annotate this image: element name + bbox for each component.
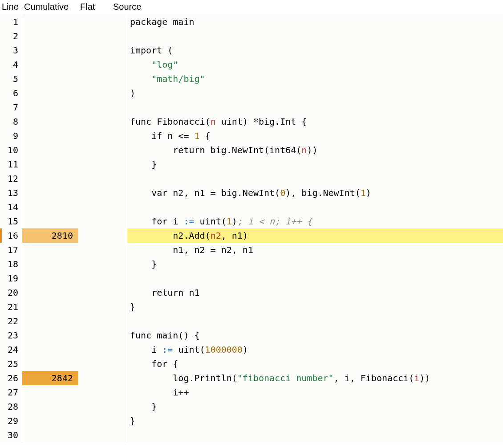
source-code: if n <= 1 { [127, 129, 503, 143]
source-row[interactable]: 3import ( [0, 43, 503, 57]
cumulative-value [22, 57, 78, 72]
gutter [107, 214, 127, 228]
flat-value [78, 271, 107, 285]
source-code: return n1 [127, 285, 503, 300]
source-row[interactable]: 20 return n1 [0, 285, 503, 300]
flat-value [78, 342, 107, 357]
source-row[interactable]: 25 for { [0, 357, 503, 371]
source-row[interactable]: 162810 n2.Add(n2, n1) [0, 228, 503, 243]
flat-value [78, 357, 107, 371]
cumulative-value [22, 200, 78, 214]
source-row[interactable]: 23func main() { [0, 328, 503, 342]
source-row[interactable]: 18 } [0, 257, 503, 271]
gutter [107, 285, 127, 300]
source-row[interactable]: 10 return big.NewInt(int64(n)) [0, 143, 503, 157]
line-number: 11 [0, 157, 22, 171]
cumulative-value [22, 342, 78, 357]
source-row[interactable]: 28 } [0, 399, 503, 414]
source-code: n1, n2 = n2, n1 [127, 243, 503, 257]
cumulative-value [22, 357, 78, 371]
cumulative-value [22, 399, 78, 414]
line-number: 27 [0, 385, 22, 399]
cumulative-value [22, 243, 78, 257]
gutter [107, 399, 127, 414]
cumulative-value [22, 214, 78, 228]
flat-value [78, 243, 107, 257]
flat-value [78, 100, 107, 114]
gutter [107, 314, 127, 328]
source-row[interactable]: 2 [0, 29, 503, 43]
source-code: } [127, 257, 503, 271]
flat-value [78, 57, 107, 72]
line-number: 14 [0, 200, 22, 214]
line-number: 6 [0, 86, 22, 100]
source-code: } [127, 300, 503, 314]
line-number: 30 [0, 428, 22, 442]
source-row[interactable]: 30 [0, 428, 503, 442]
source-code: } [127, 414, 503, 428]
source-row[interactable]: 17 n1, n2 = n2, n1 [0, 243, 503, 257]
source-row[interactable]: 13 var n2, n1 = big.NewInt(0), big.NewIn… [0, 186, 503, 200]
source-code: return big.NewInt(int64(n)) [127, 143, 503, 157]
source-code [127, 100, 503, 114]
line-number: 13 [0, 186, 22, 200]
line-number: 3 [0, 43, 22, 57]
source-row[interactable]: 15 for i := uint(1); i < n; i++ { [0, 214, 503, 228]
column-header-line[interactable]: Line [2, 2, 24, 12]
flat-value [78, 228, 107, 243]
source-row[interactable]: 8func Fibonacci(n uint) *big.Int { [0, 114, 503, 129]
flat-value [78, 414, 107, 428]
source-row[interactable]: 4 "log" [0, 57, 503, 72]
line-number: 23 [0, 328, 22, 342]
source-code: package main [127, 15, 503, 29]
source-row[interactable]: 27 i++ [0, 385, 503, 399]
source-row[interactable]: 11 } [0, 157, 503, 171]
source-row[interactable]: 262842 log.Println("fibonacci number", i… [0, 371, 503, 385]
flat-value [78, 314, 107, 328]
cumulative-value [22, 385, 78, 399]
source-row[interactable]: 7 [0, 100, 503, 114]
source-row[interactable]: 21} [0, 300, 503, 314]
line-number: 1 [0, 15, 22, 29]
source-row[interactable]: 1package main [0, 15, 503, 29]
cumulative-value: 2842 [22, 371, 78, 385]
source-row[interactable]: 24 i := uint(1000000) [0, 342, 503, 357]
flat-value [78, 214, 107, 228]
flat-value [78, 157, 107, 171]
source-row[interactable]: 12 [0, 171, 503, 186]
cumulative-value [22, 15, 78, 29]
gutter [107, 43, 127, 57]
source-row[interactable]: 5 "math/big" [0, 72, 503, 86]
line-number: 10 [0, 143, 22, 157]
source-code [127, 171, 503, 186]
source-row[interactable]: 14 [0, 200, 503, 214]
gutter [107, 414, 127, 428]
cumulative-value [22, 157, 78, 171]
flat-value [78, 371, 107, 385]
source-row[interactable]: 9 if n <= 1 { [0, 129, 503, 143]
source-listing: 1package main23import (4 "log"5 "math/bi… [0, 15, 503, 442]
flat-value [78, 385, 107, 399]
line-number: 12 [0, 171, 22, 186]
source-row[interactable]: 19 [0, 271, 503, 285]
column-header-source[interactable]: Source [109, 2, 503, 12]
column-header-cumulative[interactable]: Cumulative [24, 2, 80, 12]
line-number: 15 [0, 214, 22, 228]
flat-value [78, 15, 107, 29]
source-code: import ( [127, 43, 503, 57]
gutter [107, 171, 127, 186]
source-row[interactable]: 22 [0, 314, 503, 328]
gutter [107, 257, 127, 271]
gutter [107, 86, 127, 100]
gutter [107, 15, 127, 29]
source-row[interactable]: 6) [0, 86, 503, 100]
flat-value [78, 300, 107, 314]
flat-value [78, 29, 107, 43]
source-row[interactable]: 29} [0, 414, 503, 428]
line-number: 26 [0, 371, 22, 385]
flat-value [78, 428, 107, 442]
profiler-header: Line Cumulative Flat Source [0, 0, 503, 15]
gutter [107, 371, 127, 385]
flat-value [78, 86, 107, 100]
column-header-flat[interactable]: Flat [80, 2, 109, 12]
